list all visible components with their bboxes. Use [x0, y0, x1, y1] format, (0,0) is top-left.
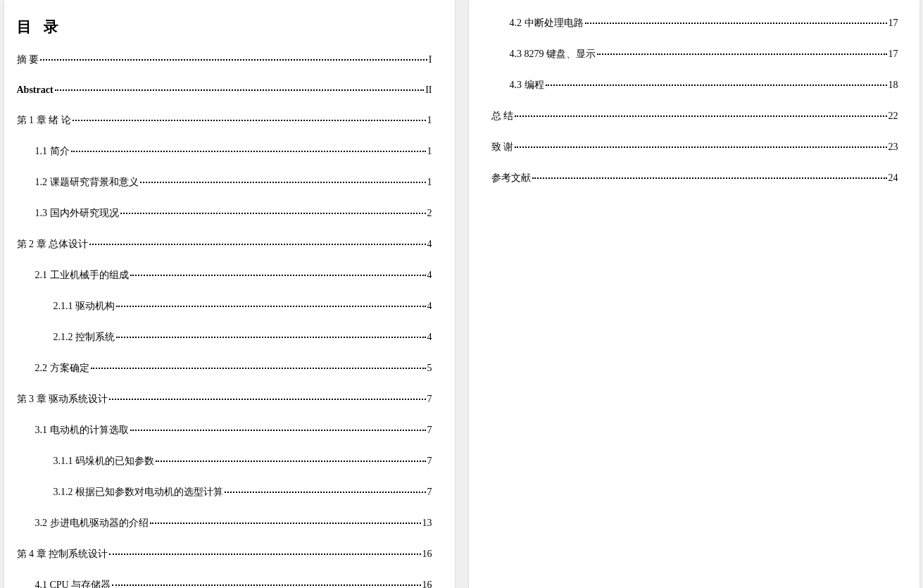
toc-entries-left: 摘 要IAbstractII第 1 章 绪 论11.1 简介11.2 课题研究背… — [17, 54, 432, 588]
toc-dots — [40, 59, 427, 61]
toc-entry-page: 2 — [427, 208, 432, 219]
toc-entry-page: 17 — [889, 18, 898, 29]
toc-entry-label: 参考文献 — [491, 172, 531, 184]
toc-entry: 2.1.1 驱动机构4 — [17, 300, 432, 313]
toc-entry-page: 1 — [427, 115, 432, 126]
toc-entry: 4.3 8279 键盘、显示17 — [491, 48, 898, 61]
toc-entry: 3.1 电动机的计算选取7 — [17, 424, 432, 437]
toc-dots — [109, 553, 421, 555]
toc-entry-page: 5 — [427, 363, 432, 374]
toc-dots — [109, 399, 426, 400]
toc-entry: 3.1.1 码垛机的已知参数7 — [17, 455, 432, 468]
toc-dots — [120, 213, 426, 214]
toc-entry: 致 谢23 — [491, 141, 898, 154]
toc-title: 目 录 — [17, 17, 432, 37]
toc-entry-label: 4.3 编程 — [510, 79, 544, 92]
toc-entry-label: 2.2 方案确定 — [35, 362, 89, 375]
toc-dots — [140, 182, 426, 183]
toc-entry: 4.3 编程18 — [491, 79, 898, 92]
toc-entries-right: 4.2 中断处理电路174.3 8279 键盘、显示174.3 编程18总 结2… — [491, 17, 898, 184]
toc-entry-page: 4 — [427, 301, 432, 312]
toc-dots — [150, 523, 421, 524]
toc-dots — [156, 461, 426, 462]
toc-entry-page: 22 — [889, 111, 898, 122]
toc-entry-page: 7 — [427, 425, 432, 436]
toc-entry: 第 4 章 控制系统设计16 — [17, 548, 432, 561]
toc-dots — [116, 306, 426, 307]
toc-entry-page: 1 — [427, 177, 432, 188]
toc-entry-page: 4 — [427, 332, 432, 343]
toc-dots — [515, 146, 887, 148]
toc-entry-label: 3.2 步进电机驱动器的介绍 — [35, 517, 149, 530]
toc-entry: 第 3 章 驱动系统设计7 — [17, 393, 432, 406]
toc-entry-page: I — [429, 54, 432, 65]
toc-entry: 1.2 课题研究背景和意义1 — [17, 176, 432, 189]
toc-dots — [515, 115, 887, 117]
toc-entry-page: 17 — [889, 49, 898, 60]
toc-entry-label: 2.1.2 控制系统 — [54, 331, 115, 344]
toc-dots — [73, 120, 426, 121]
toc-entry: 3.1.2 根据已知参数对电动机的选型计算7 — [17, 486, 432, 499]
toc-dots — [55, 89, 425, 91]
toc-entry: 2.1 工业机械手的组成4 — [17, 269, 432, 282]
toc-entry: 1.3 国内外研究现况2 — [17, 207, 432, 220]
toc-entry-label: 摘 要 — [17, 54, 39, 66]
toc-entry-label: 第 1 章 绪 论 — [17, 114, 71, 127]
toc-dots — [130, 430, 426, 431]
toc-entry-page: 1 — [427, 146, 432, 157]
toc-dots — [225, 492, 426, 493]
toc-entry-label: 3.1.2 根据已知参数对电动机的选型计算 — [54, 486, 224, 499]
toc-dots — [532, 177, 887, 179]
toc-dots — [585, 23, 887, 24]
toc-entry: 2.2 方案确定5 — [17, 362, 432, 375]
toc-entry-page: 16 — [422, 580, 432, 588]
toc-dots — [89, 244, 426, 245]
toc-entry: 2.1.2 控制系统4 — [17, 331, 432, 344]
toc-entry: 3.2 步进电机驱动器的介绍13 — [17, 517, 432, 530]
toc-entry-label: Abstract — [17, 85, 54, 96]
toc-entry-page: 7 — [427, 487, 432, 498]
toc-entry-label: 1.2 课题研究背景和意义 — [35, 176, 139, 189]
toc-entry-label: 3.1 电动机的计算选取 — [35, 424, 129, 437]
toc-entry-label: 2.1.1 驱动机构 — [54, 300, 115, 313]
toc-dots — [597, 54, 887, 55]
toc-entry-page: 16 — [422, 549, 432, 560]
toc-entry-label: 4.2 中断处理电路 — [510, 17, 584, 30]
toc-entry-label: 第 2 章 总体设计 — [17, 238, 89, 251]
toc-entry-page: II — [425, 85, 432, 96]
toc-entry: AbstractII — [17, 85, 432, 96]
toc-entry: 4.1 CPU 与存储器16 — [17, 579, 432, 588]
page-left: 目 录 摘 要IAbstractII第 1 章 绪 论11.1 简介11.2 课… — [4, 0, 455, 588]
toc-entry-label: 第 3 章 驱动系统设计 — [17, 393, 108, 406]
toc-dots — [130, 275, 426, 276]
toc-entry-label: 1.3 国内外研究现况 — [35, 207, 119, 220]
toc-entry-label: 1.1 简介 — [35, 145, 70, 158]
toc-entry: 摘 要I — [17, 54, 432, 66]
toc-entry-page: 7 — [427, 456, 432, 467]
toc-entry-page: 4 — [427, 270, 432, 281]
toc-entry-page: 23 — [889, 142, 898, 153]
toc-dots — [116, 337, 426, 338]
toc-entry-page: 7 — [427, 394, 432, 405]
toc-dots — [546, 85, 887, 86]
toc-entry-label: 总 结 — [491, 110, 514, 123]
toc-entry-label: 2.1 工业机械手的组成 — [35, 269, 129, 282]
toc-entry: 总 结22 — [491, 110, 898, 123]
toc-entry-label: 第 4 章 控制系统设计 — [17, 548, 108, 561]
toc-dots — [91, 368, 426, 369]
toc-entry-label: 4.1 CPU 与存储器 — [35, 579, 111, 588]
toc-entry-page: 13 — [422, 518, 432, 529]
toc-dots — [112, 584, 420, 586]
toc-entry: 1.1 简介1 — [17, 145, 432, 158]
toc-entry-page: 18 — [889, 80, 898, 91]
toc-entry: 第 1 章 绪 论1 — [17, 114, 432, 127]
toc-dots — [71, 151, 426, 152]
toc-entry-label: 4.3 8279 键盘、显示 — [510, 48, 596, 61]
toc-entry-label: 致 谢 — [491, 141, 514, 154]
page-right: 4.2 中断处理电路174.3 8279 键盘、显示174.3 编程18总 结2… — [469, 0, 919, 588]
toc-entry-label: 3.1.1 码垛机的已知参数 — [54, 455, 155, 468]
toc-entry: 第 2 章 总体设计4 — [17, 238, 432, 251]
toc-entry: 参考文献24 — [491, 172, 898, 184]
toc-entry-page: 24 — [889, 173, 898, 184]
toc-entry: 4.2 中断处理电路17 — [491, 17, 898, 30]
